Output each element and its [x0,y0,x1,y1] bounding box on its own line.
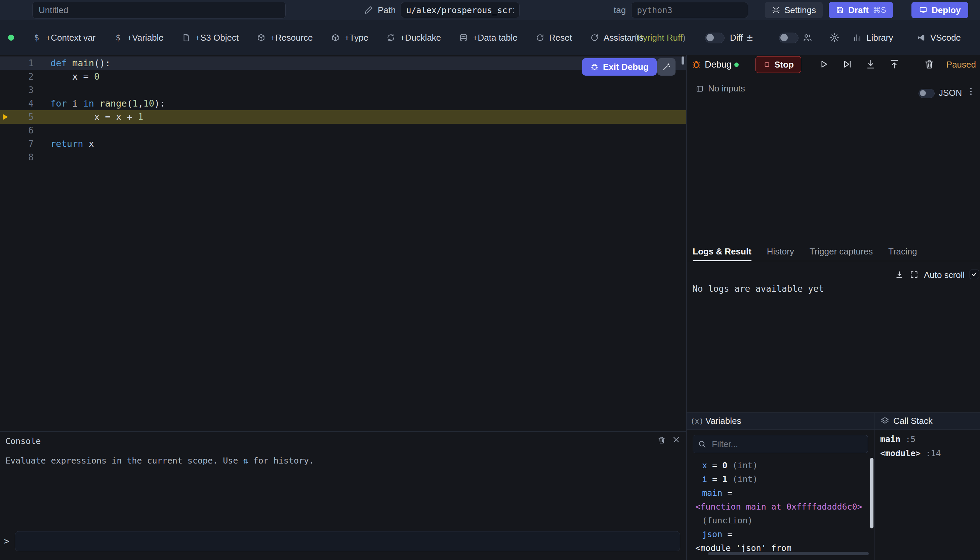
refresh-icon [590,33,599,42]
step-over-button[interactable] [842,59,853,70]
vscode-label: VScode [930,33,961,43]
tab-history[interactable]: History [767,242,794,261]
code-line-5[interactable]: 5 x = x + 1 [0,110,686,124]
callstack-frame[interactable]: <module> :14 [880,447,941,460]
code-text: def main(): [38,57,111,70]
code-text: for i in range(1,10): [38,97,165,110]
script-name-input[interactable] [32,2,286,18]
variables-filter-input[interactable] [693,435,868,453]
expand-logs-icon[interactable] [910,270,918,279]
gear-icon [772,6,780,15]
toolbar-button-label: +Variable [127,33,164,43]
trash-button[interactable] [924,59,935,70]
debug-panel: Debug Stop Paused No inputs JSON Logs & … [686,55,980,560]
callstack-header: Call Stack [874,413,980,429]
toolbar-button-variable[interactable]: $+Variable [113,33,164,43]
json-toggle[interactable] [918,89,935,98]
code-line-4[interactable]: 4for i in range(1,10): [0,97,686,110]
console-panel: Console Evaluate expressions in the curr… [0,431,686,560]
code-text: x = x + 1 [38,110,143,124]
line-number[interactable]: 3 [0,83,38,97]
library-button[interactable]: Library [853,20,893,55]
variable-row[interactable]: x = 0 (int) [687,458,870,472]
topbar: Path tag Settings Draft ⌘S Deploy [0,0,980,20]
variable-row[interactable]: <function main at 0xffffadadd6c0> [687,500,870,513]
tab-trigger-captures[interactable]: Trigger captures [810,242,873,261]
ai-wand-button[interactable] [657,58,676,76]
deploy-label: Deploy [932,5,961,15]
console-input[interactable] [15,531,680,551]
toolbar-button-data-table[interactable]: +Data table [459,33,517,43]
code-line-7[interactable]: 7return x [0,137,686,151]
pencil-icon[interactable] [364,6,373,15]
line-number[interactable]: 6 [0,124,38,137]
toolbar-button-label: +Resource [270,33,313,43]
dollar-icon: $ [113,33,122,42]
wand-icon [662,63,671,71]
kebab-menu-icon[interactable] [966,87,976,96]
deploy-button[interactable]: Deploy [912,2,968,18]
console-close-icon[interactable] [672,435,681,444]
tab-logs-result[interactable]: Logs & Result [693,242,752,261]
variables-title: Variables [705,413,741,429]
gear-icon[interactable] [829,33,840,43]
toolbar-button-label: Reset [549,33,572,43]
step-out-button[interactable] [889,59,900,70]
vscode-button[interactable]: VScode [917,20,961,55]
database-icon [459,33,468,42]
save-icon [835,6,844,15]
line-number[interactable]: 4 [0,97,38,110]
variables-filter [693,435,868,453]
download-logs-icon[interactable] [895,270,904,279]
variable-row[interactable]: main = [687,486,870,500]
step-into-button[interactable] [865,59,876,70]
tab-tracing[interactable]: Tracing [888,242,917,261]
console-hint: Evaluate expressions in the current scop… [5,456,314,465]
toolbar-button-context-var[interactable]: $+Context var [32,33,95,43]
line-number[interactable]: 1 [0,57,38,70]
toolbar-button-reset[interactable]: Reset [536,33,572,43]
tag-input[interactable] [631,2,748,18]
variables-list: x = 0 (int)i = 1 (int)main =<function ma… [687,458,870,555]
code-line-6[interactable]: 6 [0,124,686,137]
toolbar-button-ducklake[interactable]: +Ducklake [386,33,441,43]
editor-scrollbar[interactable] [682,57,684,65]
callstack-frame[interactable]: main :5 [880,432,941,447]
line-number[interactable]: 7 [0,137,38,151]
line-number[interactable]: 8 [0,151,38,164]
secondary-toggle[interactable] [779,33,799,43]
line-number[interactable]: 2 [0,70,38,83]
path-input[interactable] [401,2,519,18]
variables-header: (x) Variables [687,413,874,429]
stop-button[interactable]: Stop [755,56,801,73]
toolbar-button-s3-object[interactable]: +S3 Object [182,33,239,43]
plus-minus-icon[interactable]: ± [747,20,753,55]
toolbar-button-label: +Ducklake [400,33,441,43]
code-editor[interactable]: 1def main():2 x = 034for i in range(1,10… [0,55,686,431]
exit-debug-button[interactable]: Exit Debug [582,58,657,76]
toolbar-button-resource[interactable]: +Resource [257,33,313,43]
bottom-panel-headers: (x) Variables Call Stack [687,412,980,430]
auto-scroll-checkbox[interactable] [970,270,979,279]
console-clear-icon[interactable] [657,436,666,444]
code-line-8[interactable]: 8 [0,151,686,164]
draft-button[interactable]: Draft ⌘S [829,2,893,18]
code-text [38,124,50,137]
settings-button[interactable]: Settings [765,2,823,18]
code-line-3[interactable]: 3 [0,83,686,97]
variables-scrollbar-horizontal[interactable] [708,552,869,555]
diff-toggle[interactable] [705,33,725,43]
inputs-panel-icon [695,84,704,93]
path-label: Path [378,5,396,15]
toolbar-button-type[interactable]: +Type [331,33,369,43]
panel-divider [874,429,875,560]
variable-row[interactable]: (function) [687,513,870,527]
people-icon[interactable] [802,33,813,43]
no-inputs-label: No inputs [708,83,745,94]
draft-shortcut: ⌘S [873,5,886,15]
variable-row[interactable]: i = 1 (int) [687,472,870,486]
auto-scroll-label: Auto scroll [924,270,965,280]
variables-scrollbar-vertical[interactable] [870,458,874,528]
continue-button[interactable] [819,59,829,70]
variable-row[interactable]: json = [687,527,870,541]
